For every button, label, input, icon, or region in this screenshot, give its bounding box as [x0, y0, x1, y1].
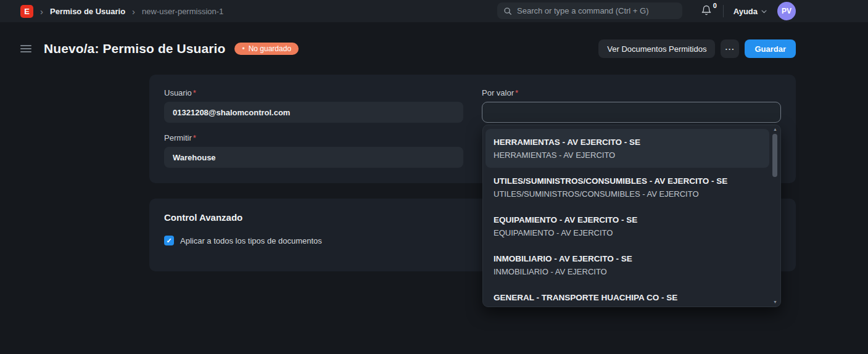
scroll-down-icon[interactable]: ▼ — [771, 299, 779, 305]
form-left-column: Usuario* Permitir* — [164, 88, 463, 170]
breadcrumb-section-link[interactable]: Permiso de Usuario — [50, 7, 125, 16]
for-value-field-label: Por valor* — [482, 88, 781, 97]
dropdown-option[interactable]: INMOBILIARIO - AV EJERCITO - SE INMOBILI… — [483, 245, 780, 284]
navbar-right: 0 Ayuda PV — [701, 0, 796, 22]
required-marker: * — [515, 88, 518, 97]
user-avatar[interactable]: PV — [777, 2, 796, 20]
dropdown-option-subtitle: GENERAL - TRANSPORTE HUACHIPA CO — [494, 306, 759, 307]
erpnext-logo[interactable]: E — [20, 5, 33, 18]
dropdown-option-subtitle: UTILES/SUMINISTROS/CONSUMIBLES - AV EJER… — [494, 189, 759, 199]
dropdown-option-title: INMOBILIARIO - AV EJERCITO - SE — [494, 254, 759, 263]
top-navbar: E › Permiso de Usuario › new-user-permis… — [0, 0, 868, 22]
search-icon — [503, 7, 512, 15]
erpnext-logo-letter: E — [24, 7, 30, 15]
dropdown-option[interactable]: GENERAL - TRANSPORTE HUACHIPA CO - SE GE… — [483, 284, 780, 307]
unsaved-dot-icon: • — [242, 45, 244, 52]
app-window: E › Permiso de Usuario › new-user-permis… — [0, 0, 868, 354]
view-permitted-documents-button[interactable]: Ver Documentos Permitidos — [598, 39, 715, 58]
navbar-left: E › Permiso de Usuario › new-user-permis… — [0, 5, 223, 18]
required-marker: * — [193, 133, 196, 142]
notification-count-badge: 0 — [713, 2, 717, 9]
more-options-button[interactable]: ··· — [721, 39, 739, 58]
help-label: Ayuda — [734, 7, 758, 16]
dropdown-option-subtitle: HERRAMIENTAS - AV EJERCITO — [494, 150, 748, 160]
search-input[interactable] — [517, 6, 676, 15]
breadcrumb-document-name: new-user-permission-1 — [142, 7, 223, 16]
for-value-input[interactable] — [482, 102, 781, 123]
save-button[interactable]: Guardar — [745, 39, 796, 58]
help-menu-button[interactable]: Ayuda — [734, 7, 767, 16]
breadcrumb-chevron-icon: › — [132, 7, 135, 16]
user-input[interactable] — [164, 102, 463, 123]
breadcrumb-chevron-icon: › — [40, 7, 43, 16]
allow-field-group: Permitir* — [164, 133, 463, 168]
scroll-up-icon[interactable]: ▲ — [771, 126, 779, 133]
avatar-initials: PV — [782, 7, 792, 15]
dropdown-option[interactable]: EQUIPAMIENTO - AV EJERCITO - SE EQUIPAMI… — [483, 207, 780, 245]
dropdown-option-title: UTILES/SUMINISTROS/CONSUMIBLES - AV EJER… — [494, 176, 759, 186]
user-field-label-text: Usuario — [164, 88, 192, 97]
user-field-label: Usuario* — [164, 88, 463, 97]
apply-all-doctypes-label: Aplicar a todos los tipos de documentos — [180, 236, 322, 245]
scrollbar-thumb[interactable] — [772, 134, 777, 177]
unsaved-status-badge: • No guardado — [234, 43, 299, 55]
checkmark-icon: ✓ — [166, 237, 172, 244]
dropdown-option-title: GENERAL - TRANSPORTE HUACHIPA CO - SE — [494, 293, 759, 302]
unsaved-status-label: No guardado — [249, 45, 291, 52]
dropdown-scrollbar[interactable]: ▲ ▼ — [771, 126, 779, 305]
for-value-field-group: Por valor* — [482, 88, 781, 123]
dropdown-option[interactable]: HERRAMIENTAS - AV EJERCITO - SE HERRAMIE… — [486, 129, 769, 168]
notifications-button[interactable]: 0 — [701, 5, 713, 17]
allow-field-label-text: Permitir — [164, 133, 192, 142]
page-header: Nuevo/a: Permiso de Usuario • No guardad… — [20, 38, 796, 59]
required-marker: * — [193, 88, 196, 97]
global-search[interactable] — [497, 2, 682, 19]
allow-input[interactable] — [164, 147, 463, 168]
dropdown-option-title: EQUIPAMIENTO - AV EJERCITO - SE — [494, 215, 759, 224]
page-actions: Ver Documentos Permitidos ··· Guardar — [598, 39, 796, 58]
dropdown-option-subtitle: INMOBILIARIO - AV EJERCITO — [494, 267, 759, 276]
sidebar-toggle-icon[interactable] — [20, 45, 31, 52]
for-value-field-label-text: Por valor — [482, 88, 514, 97]
allow-field-label: Permitir* — [164, 133, 463, 142]
dropdown-option-title: HERRAMIENTAS - AV EJERCITO - SE — [494, 138, 748, 147]
dropdown-option-subtitle: EQUIPAMIENTO - AV EJERCITO — [494, 228, 759, 237]
dropdown-option[interactable]: UTILES/SUMINISTROS/CONSUMIBLES - AV EJER… — [483, 168, 780, 207]
bell-icon — [701, 5, 712, 16]
for-value-autocomplete-dropdown: HERRAMIENTAS - AV EJERCITO - SE HERRAMIE… — [482, 125, 781, 307]
page-title: Nuevo/a: Permiso de Usuario — [44, 41, 225, 56]
chevron-down-icon — [761, 8, 767, 15]
navbar-divider — [723, 5, 724, 17]
user-field-group: Usuario* — [164, 88, 463, 123]
checkbox-checked[interactable]: ✓ — [164, 236, 174, 245]
